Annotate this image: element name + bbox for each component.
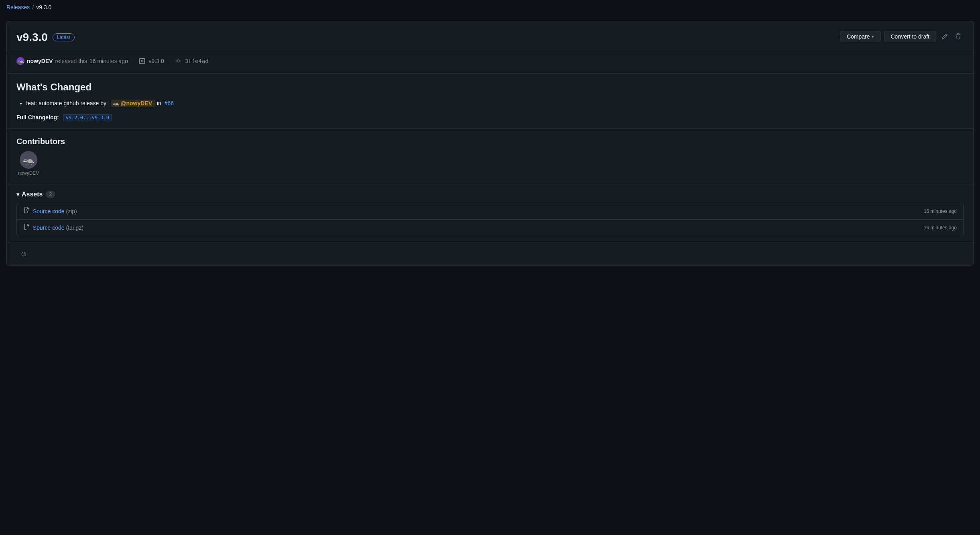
changelog-list: feat: automate github release by 🦡 @nowy…: [16, 99, 964, 108]
compare-button-label: Compare: [847, 33, 870, 40]
release-time: 16 minutes ago: [89, 58, 128, 64]
asset-tgz-ext: (tar.gz): [66, 225, 84, 231]
assets-header: ▾ Assets 2: [16, 191, 964, 198]
contributor-item: 🦡 nowyDEV: [16, 151, 41, 176]
table-row: Source code (tar.gz) 16 minutes ago: [17, 220, 963, 236]
pr-link[interactable]: #66: [165, 100, 174, 106]
contributor-avatar-emoji: 🦡: [22, 154, 35, 165]
release-commit: 3ffe4ad: [185, 58, 209, 64]
file-zip-icon: [23, 207, 30, 215]
delete-button[interactable]: [953, 31, 964, 42]
assets-section: ▾ Assets 2 Source code (zip): [7, 184, 973, 243]
release-card: v9.3.0 Latest Compare Convert to draft: [6, 21, 974, 265]
edit-button[interactable]: [939, 31, 950, 42]
whats-changed-title: What's Changed: [16, 82, 964, 93]
smiley-icon: ☺: [20, 250, 27, 258]
chevron-down-icon: ▾: [16, 191, 19, 198]
assets-count-badge: 2: [46, 191, 55, 198]
emoji-reaction-button[interactable]: ☺: [16, 248, 31, 260]
list-item: feat: automate github release by 🦡 @nowy…: [26, 99, 964, 108]
compare-button[interactable]: Compare: [840, 31, 881, 42]
commit-icon: [175, 58, 181, 64]
assets-toggle-button[interactable]: ▾ Assets: [16, 191, 43, 198]
release-title-area: v9.3.0 Latest: [16, 31, 75, 44]
contributor-name: nowyDEV: [18, 170, 39, 176]
pr-in-text: in: [157, 100, 161, 106]
breadcrumb: Releases / v9.3.0: [0, 0, 980, 14]
asset-zip-name: Source code: [33, 208, 65, 214]
assets-list: Source code (zip) 16 minutes ago Source …: [16, 203, 964, 236]
release-tag: v9.3.0: [149, 58, 164, 64]
released-text: released this: [55, 58, 87, 64]
convert-draft-button[interactable]: Convert to draft: [884, 31, 937, 42]
contributors-title: Contributors: [16, 137, 964, 146]
changelog-item-text: feat: automate github release by: [26, 100, 106, 106]
user-mention-link[interactable]: @nowyDEV: [121, 100, 152, 106]
breadcrumb-separator: /: [32, 4, 34, 10]
contributors-section: Contributors 🦡 nowyDEV: [7, 129, 973, 184]
user-mention-icon: 🦡: [113, 100, 119, 106]
asset-tgz-time: 16 minutes ago: [924, 225, 957, 231]
author-avatar-emoji: 🦡: [17, 58, 24, 64]
asset-tgz-link[interactable]: Source code (tar.gz): [33, 225, 83, 231]
author-avatar: 🦡: [16, 57, 24, 65]
release-actions: Compare Convert to draft: [840, 31, 964, 42]
asset-zip-link[interactable]: Source code (zip): [33, 208, 77, 214]
asset-zip-time: 16 minutes ago: [924, 208, 957, 214]
pencil-icon: [941, 33, 948, 40]
file-tgz-icon: [23, 224, 30, 232]
asset-tgz-name: Source code: [33, 225, 65, 231]
table-row: Source code (zip) 16 minutes ago: [17, 203, 963, 220]
asset-row-left: Source code (tar.gz): [23, 224, 83, 232]
full-changelog-label: Full Changelog:: [16, 114, 59, 120]
release-meta: 🦡 nowyDEV released this 16 minutes ago ·…: [7, 52, 973, 74]
code-icon: [139, 58, 145, 64]
chevron-down-icon: [872, 34, 874, 39]
release-header: v9.3.0 Latest Compare Convert to draft: [7, 21, 973, 52]
full-changelog: Full Changelog: v9.2.0...v9.3.0: [16, 114, 964, 120]
user-mention: 🦡 @nowyDEV: [111, 100, 155, 107]
whats-changed-section: What's Changed feat: automate github rel…: [7, 74, 973, 129]
changelog-compare-link[interactable]: v9.2.0...v9.3.0: [63, 114, 112, 121]
trash-icon: [955, 33, 962, 40]
breadcrumb-current: v9.3.0: [36, 4, 51, 10]
author-link[interactable]: nowyDEV: [27, 58, 53, 64]
contributor-avatar: 🦡: [20, 151, 37, 169]
asset-zip-ext: (zip): [66, 208, 77, 214]
asset-row-left: Source code (zip): [23, 207, 77, 215]
assets-title: Assets: [22, 191, 43, 198]
release-version: v9.3.0: [16, 31, 48, 44]
latest-badge: Latest: [53, 33, 75, 41]
release-footer: ☺: [7, 243, 973, 265]
breadcrumb-releases-link[interactable]: Releases: [6, 4, 30, 10]
